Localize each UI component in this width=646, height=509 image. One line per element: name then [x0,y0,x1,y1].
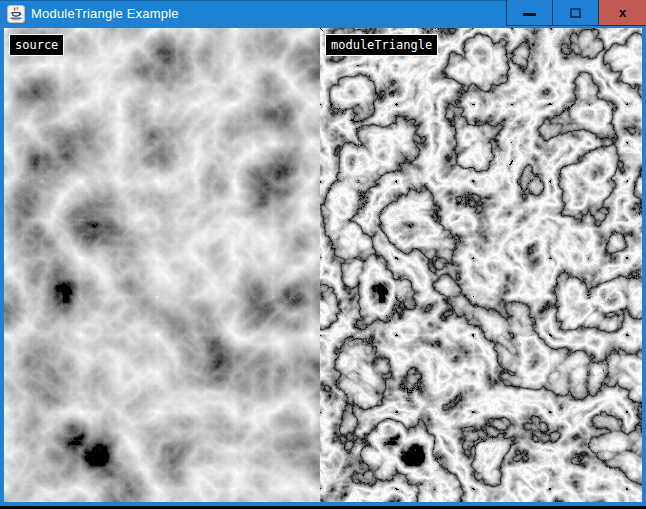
window-title: ModuleTriangle Example [31,0,179,28]
moduletriangle-label: moduleTriangle [325,34,438,56]
maximize-button[interactable] [552,0,598,26]
close-button[interactable]: x [598,0,646,26]
moduletriangle-panel: moduleTriangle [320,28,642,502]
close-icon: x [619,6,626,19]
maximize-icon [570,8,581,18]
window-controls: x [506,0,646,26]
source-noise-image [4,28,320,502]
minimize-button[interactable] [506,0,552,26]
source-label: source [9,34,64,56]
content-area: source [0,28,646,506]
moduletriangle-noise-image [320,28,642,502]
desktop-background: ModuleTriangle Example x [0,0,646,509]
titlebar[interactable]: ModuleTriangle Example x [0,0,646,28]
minimize-icon [523,13,536,16]
java-coffee-cup-icon [7,5,25,23]
app-window: ModuleTriangle Example x [0,0,646,506]
source-panel: source [4,28,320,502]
